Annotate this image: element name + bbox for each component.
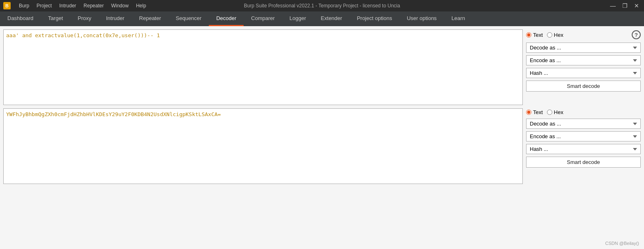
text-radio-2[interactable] bbox=[526, 110, 531, 115]
title-bar-left: B BurpProjectIntruderRepeaterWindowHelp bbox=[3, 2, 149, 9]
title-menu-item-project[interactable]: Project bbox=[33, 2, 55, 9]
title-bar-menu: BurpProjectIntruderRepeaterWindowHelp bbox=[16, 2, 149, 9]
title-bar-controls: — ❐ ✕ bbox=[608, 2, 641, 9]
watermark: CSDN @Beilay() bbox=[605, 241, 639, 246]
title-menu-item-burp[interactable]: Burp bbox=[16, 2, 32, 9]
nav-bar: DashboardTargetProxyIntruderRepeaterSequ… bbox=[0, 11, 644, 26]
nav-tab-user-options[interactable]: User options bbox=[400, 11, 444, 26]
nav-tab-logger[interactable]: Logger bbox=[282, 11, 313, 26]
restore-button[interactable]: ❐ bbox=[621, 2, 629, 9]
encode-as-dropdown-1[interactable]: Encode as ... bbox=[526, 55, 641, 65]
hex-radio-2[interactable] bbox=[547, 110, 552, 115]
decode-as-dropdown-1[interactable]: Decode as ... bbox=[526, 43, 641, 53]
title-bar-title: Burp Suite Professional v2022.1 - Tempor… bbox=[244, 3, 400, 9]
decoder-row-2: Text Hex Decode as ... Encode as ... Has… bbox=[3, 108, 641, 184]
title-menu-item-intruder[interactable]: Intruder bbox=[56, 2, 79, 9]
help-button-1[interactable]: ? bbox=[632, 30, 641, 39]
hex-radio-label-1[interactable]: Hex bbox=[547, 32, 563, 38]
hex-radio-1[interactable] bbox=[547, 32, 552, 38]
encode-as-dropdown-2[interactable]: Encode as ... bbox=[526, 131, 641, 141]
text-radio-text-2: Text bbox=[533, 109, 543, 115]
title-menu-item-help[interactable]: Help bbox=[133, 2, 149, 9]
minimize-button[interactable]: — bbox=[608, 2, 617, 9]
radio-row-1: Text Hex ? bbox=[526, 29, 641, 40]
title-menu-item-window[interactable]: Window bbox=[108, 2, 132, 9]
text-radio-label-1[interactable]: Text bbox=[526, 32, 543, 38]
title-menu-item-repeater[interactable]: Repeater bbox=[80, 2, 107, 9]
decoder-textarea-1[interactable] bbox=[4, 30, 522, 103]
nav-tab-sequencer[interactable]: Sequencer bbox=[168, 11, 209, 26]
decode-as-dropdown-2[interactable]: Decode as ... bbox=[526, 119, 641, 129]
decoder-textarea-wrapper-2 bbox=[3, 108, 523, 184]
nav-tab-decoder[interactable]: Decoder bbox=[209, 11, 244, 26]
hash-dropdown-1[interactable]: Hash ... bbox=[526, 68, 641, 78]
nav-tab-intruder[interactable]: Intruder bbox=[99, 11, 132, 26]
hex-radio-label-2[interactable]: Hex bbox=[547, 109, 563, 115]
hex-radio-text-1: Hex bbox=[554, 32, 563, 38]
radio-row-2: Text Hex bbox=[526, 108, 641, 116]
nav-tab-project-options[interactable]: Project options bbox=[350, 11, 400, 26]
nav-tab-proxy[interactable]: Proxy bbox=[70, 11, 99, 26]
nav-tab-target[interactable]: Target bbox=[41, 11, 70, 26]
text-radio-text-1: Text bbox=[533, 32, 543, 38]
hash-dropdown-2[interactable]: Hash ... bbox=[526, 144, 641, 154]
main-content: Text Hex ? Decode as ... Encode as ... H… bbox=[0, 26, 644, 249]
decoder-textarea-wrapper-1 bbox=[3, 29, 523, 105]
title-bar: B BurpProjectIntruderRepeaterWindowHelp … bbox=[0, 0, 644, 11]
decoder-controls-1: Text Hex ? Decode as ... Encode as ... H… bbox=[526, 29, 641, 92]
close-button[interactable]: ✕ bbox=[633, 2, 641, 9]
nav-tab-repeater[interactable]: Repeater bbox=[132, 11, 168, 26]
smart-decode-button-2[interactable]: Smart decode bbox=[526, 157, 641, 168]
nav-tab-dashboard[interactable]: Dashboard bbox=[0, 11, 41, 26]
decoder-textarea-2[interactable] bbox=[4, 109, 522, 182]
nav-tab-extender[interactable]: Extender bbox=[314, 11, 350, 26]
nav-tab-learn[interactable]: Learn bbox=[444, 11, 472, 26]
nav-tab-comparer[interactable]: Comparer bbox=[244, 11, 282, 26]
hex-radio-text-2: Hex bbox=[554, 109, 563, 115]
smart-decode-button-1[interactable]: Smart decode bbox=[526, 81, 641, 92]
burp-logo: B bbox=[3, 2, 11, 9]
decoder-row-1: Text Hex ? Decode as ... Encode as ... H… bbox=[3, 29, 641, 105]
text-radio-1[interactable] bbox=[526, 32, 531, 38]
decoder-controls-2: Text Hex Decode as ... Encode as ... Has… bbox=[526, 108, 641, 168]
decoder-area: Text Hex ? Decode as ... Encode as ... H… bbox=[0, 26, 644, 249]
text-radio-label-2[interactable]: Text bbox=[526, 109, 543, 115]
